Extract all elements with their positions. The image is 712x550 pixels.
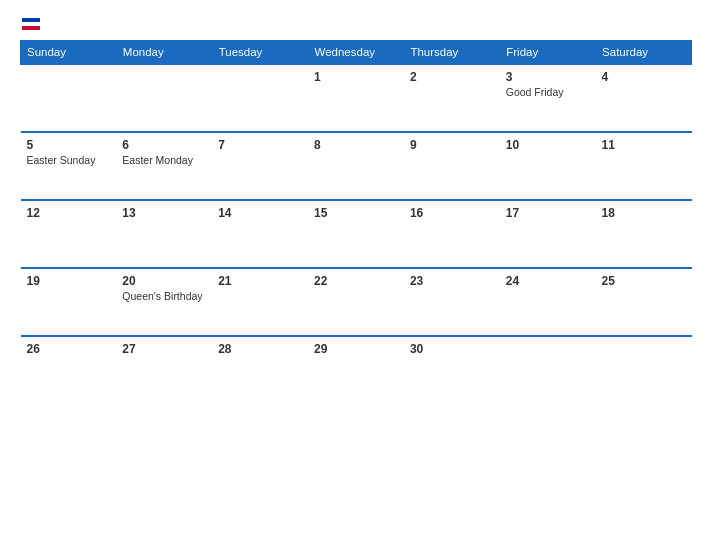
header <box>20 18 692 30</box>
day-number: 10 <box>506 138 590 152</box>
calendar-cell: 18 <box>596 200 692 268</box>
day-number: 15 <box>314 206 398 220</box>
calendar-cell: 20Queen's Birthday <box>116 268 212 336</box>
calendar-cell: 8 <box>308 132 404 200</box>
day-number: 19 <box>27 274 111 288</box>
day-number: 29 <box>314 342 398 356</box>
weekday-header-tuesday: Tuesday <box>212 41 308 65</box>
day-number: 26 <box>27 342 111 356</box>
logo-flag-icon <box>22 18 40 30</box>
calendar-cell: 25 <box>596 268 692 336</box>
day-number: 14 <box>218 206 302 220</box>
calendar-cell <box>116 64 212 132</box>
calendar-cell: 26 <box>21 336 117 404</box>
day-number: 16 <box>410 206 494 220</box>
weekday-header-friday: Friday <box>500 41 596 65</box>
holiday-label: Queen's Birthday <box>122 290 206 304</box>
calendar-cell <box>21 64 117 132</box>
day-number: 21 <box>218 274 302 288</box>
calendar-cell: 23 <box>404 268 500 336</box>
day-number: 25 <box>602 274 686 288</box>
day-number: 8 <box>314 138 398 152</box>
day-number: 13 <box>122 206 206 220</box>
week-row-4: 1920Queen's Birthday2122232425 <box>21 268 692 336</box>
calendar-cell: 19 <box>21 268 117 336</box>
weekday-header-wednesday: Wednesday <box>308 41 404 65</box>
day-number: 4 <box>602 70 686 84</box>
calendar-cell: 1 <box>308 64 404 132</box>
day-number: 6 <box>122 138 206 152</box>
day-number: 18 <box>602 206 686 220</box>
calendar-table: SundayMondayTuesdayWednesdayThursdayFrid… <box>20 40 692 404</box>
week-row-5: 2627282930 <box>21 336 692 404</box>
calendar-cell: 16 <box>404 200 500 268</box>
calendar-cell: 4 <box>596 64 692 132</box>
day-number: 20 <box>122 274 206 288</box>
weekday-header-row: SundayMondayTuesdayWednesdayThursdayFrid… <box>21 41 692 65</box>
day-number: 17 <box>506 206 590 220</box>
day-number: 5 <box>27 138 111 152</box>
day-number: 3 <box>506 70 590 84</box>
holiday-label: Easter Sunday <box>27 154 111 168</box>
day-number: 9 <box>410 138 494 152</box>
calendar-cell <box>596 336 692 404</box>
weekday-header-sunday: Sunday <box>21 41 117 65</box>
calendar-cell: 22 <box>308 268 404 336</box>
calendar-cell: 10 <box>500 132 596 200</box>
holiday-label: Easter Monday <box>122 154 206 168</box>
logo <box>20 18 40 30</box>
weekday-header-monday: Monday <box>116 41 212 65</box>
calendar-cell: 5Easter Sunday <box>21 132 117 200</box>
calendar-cell: 24 <box>500 268 596 336</box>
calendar-cell: 13 <box>116 200 212 268</box>
day-number: 24 <box>506 274 590 288</box>
calendar-cell: 30 <box>404 336 500 404</box>
calendar-cell: 6Easter Monday <box>116 132 212 200</box>
day-number: 12 <box>27 206 111 220</box>
week-row-1: 123Good Friday4 <box>21 64 692 132</box>
calendar-cell: 14 <box>212 200 308 268</box>
day-number: 2 <box>410 70 494 84</box>
calendar-cell: 21 <box>212 268 308 336</box>
day-number: 1 <box>314 70 398 84</box>
weekday-header-thursday: Thursday <box>404 41 500 65</box>
calendar-cell: 11 <box>596 132 692 200</box>
calendar-cell: 15 <box>308 200 404 268</box>
day-number: 28 <box>218 342 302 356</box>
calendar-cell <box>500 336 596 404</box>
calendar-cell: 28 <box>212 336 308 404</box>
calendar-cell: 3Good Friday <box>500 64 596 132</box>
day-number: 11 <box>602 138 686 152</box>
day-number: 7 <box>218 138 302 152</box>
calendar-cell: 9 <box>404 132 500 200</box>
calendar-cell <box>212 64 308 132</box>
calendar-cell: 2 <box>404 64 500 132</box>
day-number: 23 <box>410 274 494 288</box>
calendar-cell: 29 <box>308 336 404 404</box>
calendar-cell: 12 <box>21 200 117 268</box>
page: SundayMondayTuesdayWednesdayThursdayFrid… <box>0 0 712 550</box>
day-number: 30 <box>410 342 494 356</box>
calendar-cell: 17 <box>500 200 596 268</box>
day-number: 22 <box>314 274 398 288</box>
day-number: 27 <box>122 342 206 356</box>
weekday-header-saturday: Saturday <box>596 41 692 65</box>
week-row-3: 12131415161718 <box>21 200 692 268</box>
week-row-2: 5Easter Sunday6Easter Monday7891011 <box>21 132 692 200</box>
calendar-cell: 27 <box>116 336 212 404</box>
calendar-cell: 7 <box>212 132 308 200</box>
holiday-label: Good Friday <box>506 86 590 100</box>
